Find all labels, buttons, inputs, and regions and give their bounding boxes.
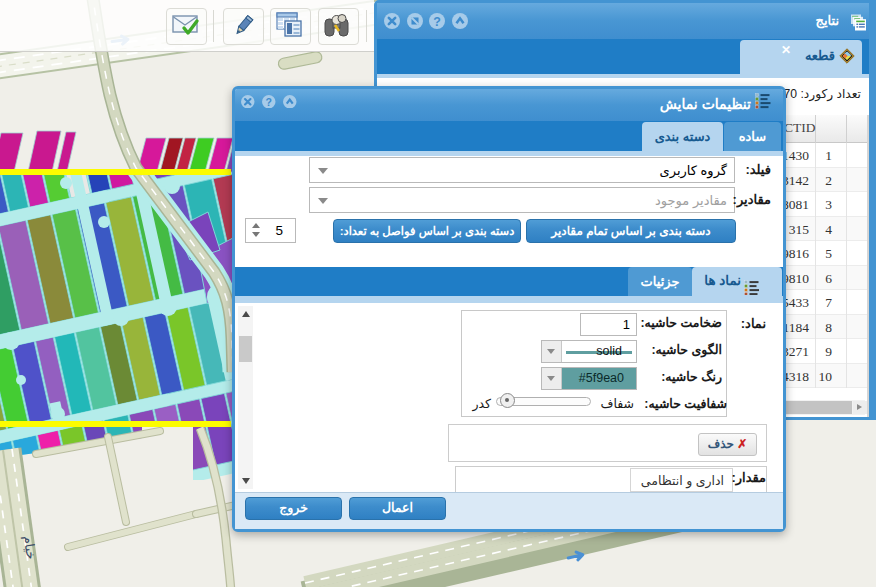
svg-text:?: ? [433,15,441,29]
svg-text:?: ? [266,96,272,108]
